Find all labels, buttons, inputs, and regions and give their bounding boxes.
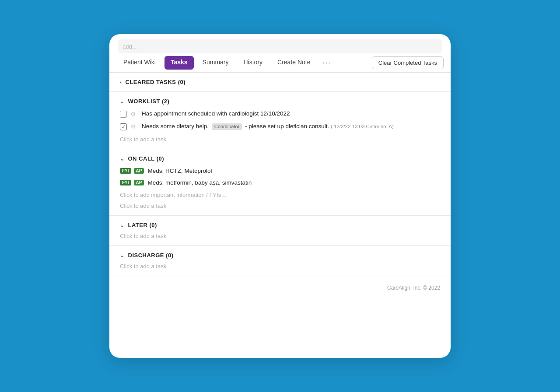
card-footer: CareAlign, Inc. © 2022: [109, 276, 451, 300]
cleared-header: ‹ CLEARED TASKS (0): [120, 79, 440, 85]
fyi-badge-1: FYI: [120, 168, 131, 174]
task-text-2: Needs some dietary help. Coordinator - p…: [142, 122, 440, 131]
fyi-badge-2: FYI: [120, 180, 131, 186]
chevron-cleared[interactable]: ‹: [120, 79, 122, 85]
tab-history[interactable]: History: [237, 54, 270, 71]
on-call-add-fyi[interactable]: Click to add important information / FYI…: [120, 192, 440, 198]
worklist-label: WORKLIST (2): [128, 98, 170, 105]
card-top: add...: [109, 34, 451, 53]
tab-patient-wiki[interactable]: Patient Wiki: [116, 54, 163, 71]
on-call-header: ⌄ ON CALL (0): [120, 155, 440, 162]
cleared-label: CLEARED TASKS (0): [126, 79, 186, 85]
discharge-header: ⌄ DISCHARGE (0): [120, 252, 440, 259]
on-call-label: ON CALL (0): [128, 155, 164, 162]
later-add-task[interactable]: Click to add a task: [120, 233, 440, 239]
section-on-call: ⌄ ON CALL (0) FYI AP Meds: HCTZ, Metopro…: [109, 149, 451, 216]
tab-tasks[interactable]: Tasks: [164, 56, 194, 70]
tab-summary[interactable]: Summary: [196, 54, 236, 71]
clear-completed-button[interactable]: Clear Completed Tasks: [372, 56, 444, 69]
task-text-1: Has appointment scheduled with cardiolog…: [142, 110, 440, 118]
chevron-on-call[interactable]: ⌄: [120, 156, 125, 162]
gear-icon-1[interactable]: ⚙: [130, 110, 138, 118]
worklist-task-list: ⚙ Has appointment scheduled with cardiol…: [120, 109, 440, 132]
main-card: add... Patient Wiki Tasks Summary Histor…: [109, 34, 451, 358]
later-header: ⌄ LATER (0): [120, 222, 440, 228]
discharge-add-task[interactable]: Click to add a task: [120, 263, 440, 270]
table-row: ⚙ Needs some dietary help. Coordinator -…: [120, 122, 440, 132]
search-bar[interactable]: add...: [118, 39, 442, 53]
on-call-fyi-list: FYI AP Meds: HCTZ, Metoprolol FYI AP Med…: [120, 166, 440, 187]
on-call-add-task[interactable]: Click to add a task: [120, 203, 440, 209]
task-checkbox-1[interactable]: [120, 111, 127, 118]
list-item: FYI AP Meds: metformin, baby asa, simvas…: [120, 178, 440, 187]
list-item: FYI AP Meds: HCTZ, Metoprolol: [120, 166, 440, 175]
table-row: ⚙ Has appointment scheduled with cardiol…: [120, 109, 440, 119]
footer-text: CareAlign, Inc. © 2022: [387, 285, 440, 291]
section-worklist: ⌄ WORKLIST (2) ⚙ Has appointment schedul…: [109, 92, 451, 149]
worklist-header: ⌄ WORKLIST (2): [120, 98, 440, 105]
tab-create-note[interactable]: Create Note: [270, 54, 317, 71]
chevron-discharge[interactable]: ⌄: [120, 252, 125, 259]
chevron-worklist[interactable]: ⌄: [120, 98, 125, 105]
fyi-text-1: Meds: HCTZ, Metoprolol: [147, 168, 212, 174]
section-later: ⌄ LATER (0) Click to add a task: [109, 216, 451, 246]
tab-more[interactable]: ···: [318, 55, 336, 71]
task-meta-2: ( 12/2/22 13:03 Cintorino, A): [331, 124, 394, 129]
content-area: ‹ CLEARED TASKS (0) ⌄ WORKLIST (2) ⚙ Has…: [109, 73, 451, 300]
gear-icon-2[interactable]: ⚙: [130, 123, 138, 131]
tab-bar: Patient Wiki Tasks Summary History Creat…: [109, 53, 451, 73]
task-checkbox-2[interactable]: [120, 123, 127, 130]
worklist-add-task[interactable]: Click to add a task: [120, 136, 440, 143]
search-placeholder: add...: [122, 43, 137, 50]
fyi-text-2: Meds: metformin, baby asa, simvastatin: [147, 179, 252, 186]
coordinator-badge: Coordinator: [212, 123, 242, 130]
discharge-label: DISCHARGE (0): [128, 252, 174, 259]
later-label: LATER (0): [128, 222, 157, 228]
chevron-later[interactable]: ⌄: [120, 222, 125, 228]
section-discharge: ⌄ DISCHARGE (0) Click to add a task: [109, 246, 451, 276]
section-cleared: ‹ CLEARED TASKS (0): [109, 73, 451, 92]
ap-badge-2: AP: [134, 180, 144, 186]
ap-badge-1: AP: [134, 168, 144, 174]
